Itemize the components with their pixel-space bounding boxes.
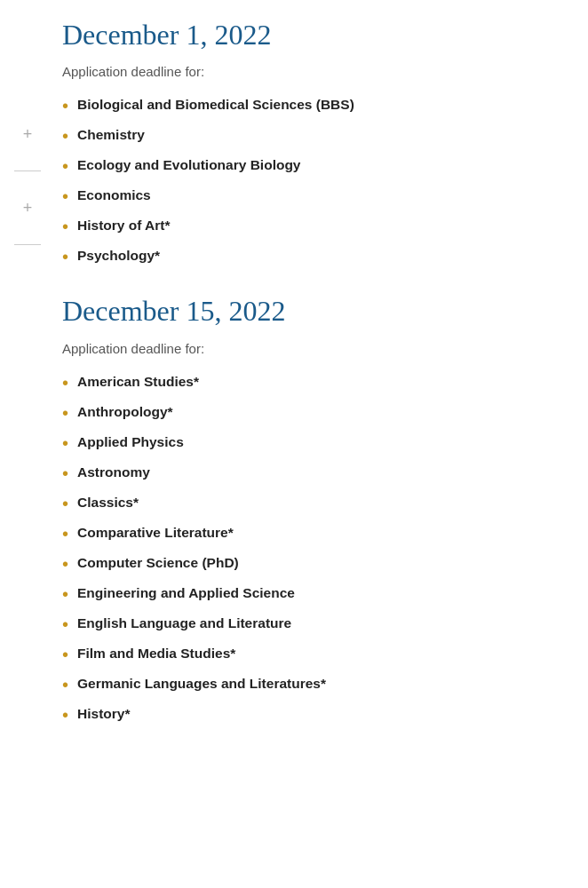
list-item: •Psychology* (62, 246, 561, 267)
item-text: Biological and Biomedical Sciences (BBS) (77, 95, 354, 115)
items-list-dec15: •American Studies*•Anthropology*•Applied… (62, 372, 561, 725)
bullet-icon: • (62, 644, 68, 665)
list-item: •Biological and Biomedical Sciences (BBS… (62, 95, 561, 116)
bullet-icon: • (62, 614, 68, 635)
list-item: •Ecology and Evolutionary Biology (62, 155, 561, 177)
item-text: Anthropology* (77, 402, 173, 422)
item-text: History* (77, 704, 130, 724)
item-text: American Studies* (77, 372, 199, 392)
sidebar-btn-2[interactable]: + (18, 198, 37, 218)
item-text: Chemistry (77, 125, 145, 145)
sidebar-divider-2 (14, 244, 41, 245)
list-item: •Anthropology* (62, 402, 561, 424)
list-item: •Film and Media Studies* (62, 644, 561, 665)
list-item: •Computer Science (PhD) (62, 553, 561, 575)
bullet-icon: • (62, 402, 68, 424)
bullet-icon: • (62, 583, 68, 605)
bullet-icon: • (62, 432, 68, 454)
list-item: •History of Art* (62, 216, 561, 237)
section-dec1: December 1, 2022Application deadline for… (62, 18, 561, 267)
bullet-icon: • (62, 246, 68, 267)
list-item: •Astronomy (62, 463, 561, 484)
list-item: •Chemistry (62, 125, 561, 147)
bullet-icon: • (62, 186, 68, 207)
section-title-dec15: December 15, 2022 (62, 294, 561, 328)
item-text: Computer Science (PhD) (77, 553, 239, 573)
list-item: •Germanic Languages and Literatures* (62, 674, 561, 695)
section-title-dec1: December 1, 2022 (62, 18, 561, 52)
list-item: •Classics* (62, 493, 561, 514)
item-text: Germanic Languages and Literatures* (77, 674, 326, 694)
bullet-icon: • (62, 704, 68, 725)
list-item: •Engineering and Applied Science (62, 583, 561, 605)
item-text: Film and Media Studies* (77, 644, 235, 663)
sidebar-btn-1[interactable]: + (18, 124, 37, 144)
item-text: Psychology* (77, 246, 160, 266)
list-item: •Comparative Literature* (62, 523, 561, 544)
bullet-icon: • (62, 125, 68, 147)
bullet-icon: • (62, 463, 68, 484)
bullet-icon: • (62, 674, 68, 695)
bullet-icon: • (62, 372, 68, 393)
bullet-icon: • (62, 216, 68, 237)
main-content: December 1, 2022Application deadline for… (62, 18, 561, 725)
bullet-icon: • (62, 493, 68, 514)
bullet-icon: • (62, 95, 68, 116)
item-text: English Language and Literature (77, 614, 291, 633)
item-text: History of Art* (77, 216, 171, 235)
item-text: Ecology and Evolutionary Biology (77, 155, 300, 175)
bullet-icon: • (62, 155, 68, 177)
list-item: •English Language and Literature (62, 614, 561, 635)
list-item: •History* (62, 704, 561, 725)
item-text: Astronomy (77, 463, 150, 482)
items-list-dec1: •Biological and Biomedical Sciences (BBS… (62, 95, 561, 267)
bullet-icon: • (62, 553, 68, 575)
item-text: Economics (77, 186, 151, 205)
sidebar-divider-1 (14, 170, 41, 171)
item-text: Engineering and Applied Science (77, 583, 295, 603)
item-text: Comparative Literature* (77, 523, 234, 543)
section-subtitle-dec15: Application deadline for: (62, 341, 561, 356)
section-subtitle-dec1: Application deadline for: (62, 64, 561, 79)
section-dec15: December 15, 2022Application deadline fo… (62, 294, 561, 725)
bullet-icon: • (62, 523, 68, 544)
item-text: Classics* (77, 493, 139, 512)
item-text: Applied Physics (77, 432, 184, 452)
list-item: •Applied Physics (62, 432, 561, 454)
list-item: •American Studies* (62, 372, 561, 393)
list-item: •Economics (62, 186, 561, 207)
sidebar-controls: + + (14, 124, 41, 245)
